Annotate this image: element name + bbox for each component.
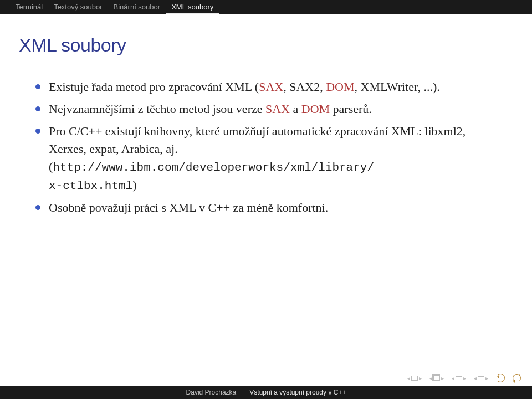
- chevron-left-icon: ◂: [407, 375, 410, 381]
- bullet-2: Nejvznamnějšími z těchto metod jsou verz…: [49, 100, 505, 118]
- bullet-3: Pro C/C++ existují knihovny, které umožň…: [49, 122, 505, 195]
- bullet-1-mid: , SAX2,: [283, 80, 326, 94]
- undo-icon[interactable]: [496, 374, 505, 382]
- bullet-1: Existuje řada metod pro zpracování XML (…: [49, 78, 505, 96]
- chevron-right-icon: ▸: [419, 375, 422, 381]
- footer-bar: David Procházka Vstupní a výstupní proud…: [0, 386, 532, 399]
- bullet-4: Osobně považuji práci s XML v C++ za mén…: [49, 199, 505, 217]
- bullet-1-post: , XMLWriter, ...).: [355, 80, 440, 94]
- reload-icon[interactable]: [513, 374, 521, 382]
- tab-bar: Terminál Textový soubor Binární soubor X…: [0, 0, 532, 14]
- bullet-1-pre: Existuje řada metod pro zpracování XML (: [49, 80, 259, 94]
- nav-frame[interactable]: ◂ ▸: [429, 375, 444, 381]
- chevron-right-icon: ▸: [463, 375, 466, 381]
- tab-terminal[interactable]: Terminál: [10, 0, 48, 14]
- tab-xml-files[interactable]: XML soubory: [166, 1, 219, 14]
- bullet-2-mid: a: [290, 102, 301, 116]
- sections-icon: [478, 376, 484, 380]
- bullet-4-text: Osobně považuji práci s XML v C++ za mén…: [49, 201, 328, 214]
- keyword-sax: SAX: [259, 80, 283, 94]
- nav-section[interactable]: ◂ ▸: [452, 375, 466, 381]
- bullet-2-post: parserů.: [330, 102, 372, 116]
- nav-controls: ◂ ▸ ◂ ▸ ◂ ▸ ◂ ▸: [407, 374, 521, 382]
- tab-text-file[interactable]: Textový soubor: [48, 0, 108, 14]
- keyword-dom: DOM: [326, 80, 354, 94]
- frame-icon: [433, 375, 440, 381]
- footer-author: David Procházka: [180, 388, 243, 396]
- slide-body: XML soubory Existuje řada metod pro zpra…: [0, 14, 532, 217]
- slide-icon: [411, 376, 418, 381]
- chevron-left-icon: ◂: [474, 375, 477, 381]
- keyword-sax-2: SAX: [265, 102, 290, 116]
- chevron-right-icon: ▸: [485, 375, 488, 381]
- tab-binary-file[interactable]: Binární soubor: [108, 0, 166, 14]
- page-title: XML soubory: [19, 34, 505, 56]
- url-line-1: http://www.ibm.com/developerworks/xml/li…: [53, 161, 374, 174]
- url-line-2: x-ctlbx.html: [49, 180, 132, 192]
- footer-title: Vstupní a výstupní proudy v C++: [243, 388, 352, 396]
- chevron-left-icon: ◂: [452, 375, 454, 381]
- bullet-list: Existuje řada metod pro zpracování XML (…: [19, 78, 505, 217]
- sections-icon: [456, 376, 462, 380]
- bullet-3-tail: ): [132, 178, 136, 192]
- nav-first[interactable]: ◂ ▸: [407, 375, 422, 381]
- bullet-2-pre: Nejvznamnějšími z těchto metod jsou verz…: [49, 102, 265, 116]
- nav-subsection[interactable]: ◂ ▸: [474, 375, 488, 381]
- chevron-right-icon: ▸: [441, 375, 444, 381]
- keyword-dom-2: DOM: [301, 102, 330, 116]
